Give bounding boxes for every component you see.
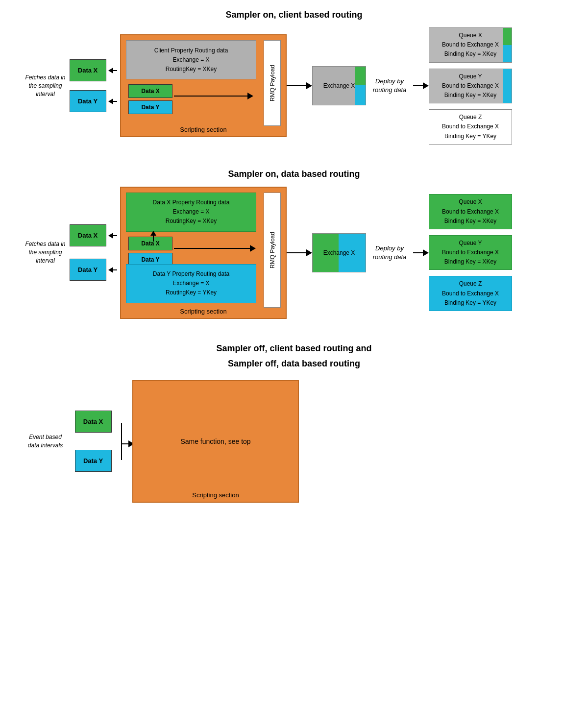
diagram1-exchange: Exchange X: [312, 66, 366, 105]
diagram2-title: Sampler on, data based routing: [228, 169, 360, 179]
diagram3-scripting-label: Scripting section: [133, 491, 298, 499]
diagram2-queues: Queue XBound to Exchange XBinding Key = …: [429, 194, 512, 311]
diagram2-scripting-box: Data X Property Routing data Exchange = …: [120, 187, 287, 319]
diagram1-data-x-left: Data X: [70, 59, 106, 81]
diagram2-data-y-left: Data Y: [70, 259, 106, 281]
arrow-to-rmq-2: [250, 245, 256, 252]
diagram2-rmq-box: RMQ Payload: [264, 193, 281, 308]
diagram1: Sampler on, client based routing Fetches…: [20, 10, 568, 145]
diagram1-scripting-box: Client Property Routing data Exchange = …: [120, 34, 287, 137]
diagram2-arrow-queues: [423, 249, 429, 256]
diagram2-routing-y: Data Y Property Routing data Exchange = …: [126, 264, 256, 303]
diagram3-center-text: Same function, see top: [180, 438, 250, 445]
diagram2: Sampler on, data based routing Fetches d…: [20, 169, 568, 319]
diagram1-queues: Queue XBound to Exchange XBinding Key = …: [429, 27, 512, 145]
diagram3-title2: Sampler off, data based routing: [216, 359, 371, 369]
diagram2-deploy-annotation: Deploy by routing data: [370, 244, 409, 262]
diagram1-rmq-box: RMQ Payload: [264, 40, 281, 126]
diagram1-scripting-label: Scripting section: [121, 126, 286, 133]
diagram3-data-y-left: Data Y: [75, 450, 112, 472]
diagram3-data-x-left: Data X: [75, 411, 112, 433]
diagram3: Sampler off, client based routing and Sa…: [20, 343, 568, 503]
diagram2-queue-y: Queue YBound to Exchange XBinding Key = …: [429, 235, 512, 270]
arrow-left-1: [108, 68, 113, 73]
diagram1-deploy-annotation: Deploy by routing data: [370, 77, 409, 95]
diagram1-queue-y: Queue YBound to Exchange XBinding Key = …: [429, 69, 512, 104]
arrow-to-rmq-1: [247, 93, 253, 99]
diagram1-inner-data-y: Data Y: [128, 100, 172, 114]
diagram2-queue-x: Queue XBound to Exchange XBinding Key = …: [429, 194, 512, 229]
diagram3-scripting-box: Same function, see top Scripting section: [132, 380, 299, 503]
diagram1-inner-data-x: Data X: [128, 84, 172, 98]
diagram1-arrow-queues: [423, 82, 429, 89]
diagram2-exchange: Exchange X: [312, 233, 366, 272]
diagram1-routing-box: Client Property Routing data Exchange = …: [126, 40, 256, 79]
diagram2-routing-x: Data X Property Routing data Exchange = …: [126, 193, 256, 232]
diagram2-annotation: Fetches data in the sampling interval: [24, 240, 68, 265]
diagram2-exchange-label: Exchange X: [323, 249, 355, 256]
diagram2-scripting-label: Scripting section: [121, 308, 286, 315]
diagram2-arrow-exchange: [306, 249, 312, 256]
diagram1-queue-z: Queue ZBound to Exchange XBinding Key = …: [429, 109, 512, 145]
diagram1-exchange-label: Exchange X: [323, 82, 355, 89]
diagram1-data-y-left: Data Y: [70, 90, 106, 112]
diagram2-queue-z: Queue ZBound to Exchange XBinding Key = …: [429, 276, 512, 311]
diagram1-queue-x: Queue XBound to Exchange XBinding Key = …: [429, 27, 512, 63]
diagram2-data-x-left: Data X: [70, 224, 106, 246]
diagram3-annotation: Event based data intervals: [24, 433, 68, 450]
diagram3-title1: Sampler off, client based routing and: [216, 343, 371, 354]
main-container: Sampler on, client based routing Fetches…: [10, 10, 578, 503]
arrow-left-2: [108, 98, 113, 104]
arrow-left-3: [108, 233, 113, 239]
diagram1-annotation: Fetches data in the sampling interval: [24, 73, 68, 98]
diagram1-title: Sampler on, client based routing: [225, 10, 362, 20]
diagram1-arrow-exchange: [306, 82, 312, 89]
arrow-left-4: [108, 267, 113, 273]
